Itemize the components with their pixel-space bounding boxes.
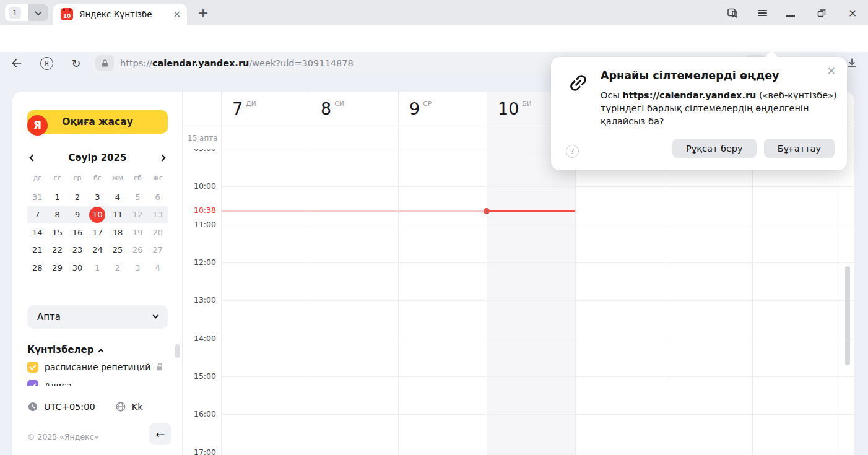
calendar-list-item[interactable]: расписание репетиций [27, 359, 172, 375]
mini-cal-day[interactable]: 24 [87, 241, 107, 259]
popup-title: Арнайы сілтемелерді өңдеу [601, 69, 779, 82]
mini-cal-day-label: 2 [115, 263, 120, 272]
mini-cal-day[interactable]: 14 [27, 223, 47, 241]
mini-cal-day[interactable]: 29 [47, 259, 67, 277]
day-abbr: СР [423, 100, 432, 107]
collapse-sidebar-button[interactable]: ← [149, 423, 171, 445]
calendars-section-header[interactable]: Күнтізбелер [27, 344, 103, 355]
mini-cal-day-label: 23 [72, 245, 83, 254]
hour-line [221, 414, 854, 415]
mini-cal-day[interactable]: 31 [27, 188, 47, 206]
globe-icon [115, 401, 126, 412]
mini-cal-day[interactable]: 4 [148, 259, 168, 277]
block-button[interactable]: Бұғаттау [764, 139, 835, 158]
mini-cal-weekdays: дссссрбсжмсбжс [27, 174, 168, 182]
day-header[interactable]: 7ДЙ [221, 92, 310, 128]
calendar-checkbox[interactable] [27, 362, 38, 373]
browser-menu-icon[interactable] [755, 6, 769, 20]
current-time-label: 10:38 [183, 206, 216, 215]
mini-cal-day[interactable]: 26 [128, 241, 147, 259]
mini-cal-day-label: 17 [92, 228, 103, 237]
mini-cal-day[interactable]: 11 [108, 206, 128, 224]
new-tab-button[interactable]: + [194, 4, 212, 21]
calendar-name: расписание репетиций [45, 362, 150, 372]
mini-cal-day[interactable]: 16 [67, 223, 87, 241]
day-header[interactable]: 8СЙ [310, 92, 398, 128]
mini-cal-day[interactable]: 2 [67, 188, 87, 206]
mini-cal-day[interactable]: 4 [108, 188, 128, 206]
calendar-checkbox[interactable] [27, 380, 38, 386]
create-event-button[interactable]: Оқиға жасау [27, 110, 168, 134]
time-grid[interactable]: 09:0010:0011:0012:0013:0014:0015:0016:00… [183, 149, 854, 455]
mini-cal-day[interactable]: 15 [47, 223, 67, 241]
browser-toolbar: Я ↻ https://calendar.yandex.ru/week?uid=… [0, 25, 868, 52]
mini-cal-day[interactable]: 18 [108, 223, 128, 241]
mini-cal-day-label: 10 [92, 210, 103, 219]
mini-cal-day[interactable]: 1 [87, 259, 107, 277]
help-icon[interactable]: ? [566, 145, 579, 158]
mini-cal-day[interactable]: 3 [128, 259, 147, 277]
close-window-icon[interactable]: × [846, 6, 859, 20]
mini-cal-day-label: 19 [132, 228, 143, 237]
language-value[interactable]: Kk [132, 402, 143, 412]
timezone-value[interactable]: UTC+05:00 [44, 402, 95, 412]
minimize-window-icon[interactable] [784, 6, 797, 20]
mini-cal-day-label: 12 [132, 210, 143, 219]
prev-month-icon[interactable] [27, 152, 38, 163]
allow-button[interactable]: Рұқсат беру [672, 139, 757, 158]
mini-cal-day-label: 3 [95, 193, 100, 202]
chevron-up-icon [98, 349, 103, 354]
mini-cal-day[interactable]: 21 [27, 241, 47, 259]
mini-cal-day[interactable]: 20 [148, 223, 168, 241]
day-header[interactable]: 9СР [398, 92, 487, 128]
mini-cal-day-label: 4 [155, 263, 160, 272]
mini-cal-day[interactable]: 30 [67, 259, 87, 277]
mini-cal-day[interactable]: 3 [87, 188, 107, 206]
mini-cal-day[interactable]: 6 [148, 188, 168, 206]
mini-cal-day[interactable]: 27 [148, 241, 168, 259]
tab-title: Яндекс Күнтізбе [79, 9, 152, 19]
mini-cal-day-label: 16 [72, 228, 83, 237]
mini-cal-day[interactable]: 13 [148, 206, 168, 224]
tab-close-icon[interactable]: × [173, 10, 181, 19]
mini-cal-day[interactable]: 10 [87, 206, 107, 224]
mini-cal-day[interactable]: 2 [108, 259, 128, 277]
mini-cal-day[interactable]: 22 [47, 241, 67, 259]
mini-cal-day[interactable]: 5 [128, 188, 147, 206]
mini-cal-day[interactable]: 23 [67, 241, 87, 259]
mini-calendar-month: Сәуір 2025 [38, 152, 157, 163]
mini-cal-day[interactable]: 12 [128, 206, 147, 224]
mini-cal-day-label: 18 [113, 228, 123, 237]
mini-calendar-header: Сәуір 2025 [27, 150, 168, 165]
hour-label: 09:00 [183, 149, 216, 153]
mini-cal-day[interactable]: 28 [27, 259, 47, 277]
mini-cal-day[interactable]: 9 [67, 206, 87, 224]
mini-cal-day[interactable]: 8 [47, 206, 67, 224]
mini-cal-weekday: жс [148, 174, 168, 182]
hour-label: 13:00 [183, 295, 216, 305]
bookmarks-panel-icon[interactable] [726, 6, 739, 20]
tab-bar: 1 10 Яндекс Күнтізбе × + × [0, 0, 868, 25]
mini-cal-day[interactable]: 1 [47, 188, 67, 206]
calendar-name: Алиса [45, 381, 72, 386]
mini-cal-day[interactable]: 19 [128, 223, 147, 241]
grid-column-line [487, 92, 487, 455]
sidebar-scrollbar[interactable] [175, 344, 180, 358]
mini-cal-day-label: 29 [52, 263, 63, 272]
mini-cal-day[interactable]: 7 [27, 206, 47, 224]
next-month-icon[interactable] [157, 152, 168, 163]
mini-cal-day-label: 30 [72, 263, 83, 272]
clock-icon [27, 401, 38, 412]
tab-group-button[interactable]: 1 [5, 4, 48, 21]
view-select[interactable]: Апта [27, 305, 168, 329]
restore-window-icon[interactable] [815, 6, 828, 20]
calendar-list-item[interactable]: Алиса [27, 378, 172, 386]
mini-cal-grid: 3112345678910111213141516171819202122232… [27, 188, 168, 277]
mini-cal-day[interactable]: 25 [108, 241, 128, 259]
mini-cal-day[interactable]: 17 [87, 223, 107, 241]
browser-tab[interactable]: 10 Яндекс Күнтізбе × [53, 4, 187, 25]
tab-group-chevron[interactable] [28, 4, 48, 21]
mini-cal-day-label: 20 [152, 228, 163, 237]
popup-close-icon[interactable]: × [827, 64, 836, 77]
calendar-scrollbar[interactable] [845, 266, 850, 365]
